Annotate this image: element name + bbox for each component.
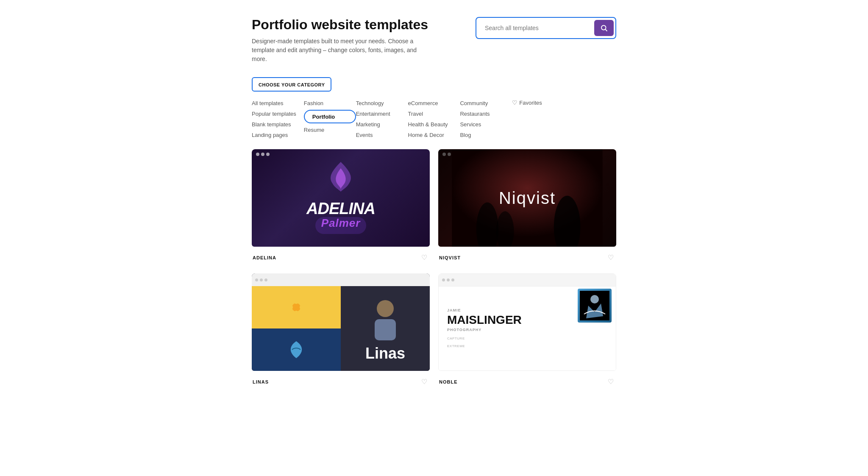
top-bar-dot [264,278,267,281]
linas-preview: Linas [252,273,430,371]
category-label-wrapper: CHOOSE YOUR CATEGORY [252,77,331,92]
nav-popular-templates[interactable]: Popular templates [252,110,304,118]
dot [256,153,259,156]
nav-travel[interactable]: Travel [408,110,460,118]
noble-preview: JAMIE MAISLINGER PHOTOGRAPHY CAPTURE EXT… [439,274,616,370]
nav-column-2: Fashion Portfolio Resume [304,99,356,139]
linas-person-area: Linas [365,298,405,362]
svg-rect-12 [375,319,396,340]
nav-technology[interactable]: Technology [356,99,408,107]
nav-fashion[interactable]: Fashion [304,99,356,107]
search-input[interactable] [478,19,594,36]
noble-tag-area: CAPTURE EXTREME [447,334,607,349]
search-icon [600,24,608,32]
niqvist-preview: Niqvist [438,149,616,247]
nav-marketing[interactable]: Marketing [356,120,408,128]
nav-blank-templates[interactable]: Blank templates [252,120,304,128]
linas-name-text: Linas [365,345,405,362]
leaf-svg [286,339,307,360]
template-footer-noble: NOBLE ♡ [438,374,616,389]
template-thumb-noble: JAMIE MAISLINGER PHOTOGRAPHY CAPTURE EXT… [438,273,616,371]
flame-svg [324,158,358,196]
noble-photo [578,289,612,323]
nav-column-1: All templates Popular templates Blank te… [252,99,304,139]
adelina-preview: ADELINA Palmer [252,149,430,247]
nav-resume[interactable]: Resume [304,126,356,134]
flower-svg [284,295,309,320]
search-button[interactable] [594,20,614,36]
heart-icon: ♡ [512,99,517,106]
nav-restaurants[interactable]: Restaurants [460,110,512,118]
linas-right: Linas [341,286,430,371]
svg-point-6 [292,303,300,312]
header-section: Portfolio website templates Designer-mad… [252,17,616,64]
dot [266,153,270,156]
templates-grid: ADELINA Palmer ADELINA ♡ [252,149,616,389]
template-card-niqvist[interactable]: Niqvist NIQVIST ♡ [438,149,616,265]
linas-blue [252,328,341,371]
svg-point-7 [293,295,300,304]
adelina-favorite-button[interactable]: ♡ [420,253,429,262]
template-card-noble[interactable]: JAMIE MAISLINGER PHOTOGRAPHY CAPTURE EXT… [438,273,616,389]
nav-column-3: Technology Entertainment Marketing Event… [356,99,408,139]
noble-name-label: NOBLE [439,379,458,384]
template-footer-adelina: ADELINA ♡ [252,250,430,265]
top-bar-dot [255,278,258,281]
niqvist-name: NIQVIST [439,255,461,260]
category-section: CHOOSE YOUR CATEGORY All templates Popul… [252,77,616,139]
adelina-name: ADELINA [253,255,276,260]
hands-shape [315,217,366,234]
template-footer-niqvist: NIQVIST ♡ [438,250,616,265]
top-bar-dot [447,278,450,281]
linas-name: LINAS [253,379,269,384]
nav-health-beauty[interactable]: Health & Beauty [408,120,460,128]
svg-point-9 [284,304,293,311]
portfolio-label: Portfolio [312,114,335,120]
template-card-adelina[interactable]: ADELINA Palmer ADELINA ♡ [252,149,430,265]
template-thumb-niqvist: Niqvist [438,149,616,247]
template-thumb-linas: Linas [252,273,430,371]
linas-yellow [252,286,341,328]
noble-capture: CAPTURE [447,337,465,340]
nav-portfolio[interactable]: Portfolio [304,110,356,123]
dot [261,153,264,156]
svg-point-10 [300,304,309,311]
nav-entertainment[interactable]: Entertainment [356,110,408,118]
search-box [478,19,614,36]
nav-ecommerce[interactable]: eCommerce [408,99,460,107]
nav-services[interactable]: Services [460,120,512,128]
title-area: Portfolio website templates Designer-mad… [252,17,459,64]
top-bar-dot [451,278,454,281]
nav-landing-pages[interactable]: Landing pages [252,131,304,139]
favorites-label: Favorites [519,100,542,106]
nav-favorites[interactable]: ♡ Favorites [512,99,564,106]
top-bar-dot [260,278,263,281]
linas-favorite-button[interactable]: ♡ [420,377,429,387]
template-card-linas[interactable]: Linas LINAS ♡ [252,273,430,389]
person-svg [368,298,402,340]
page-title: Portfolio website templates [252,17,459,33]
nav-all-templates[interactable]: All templates [252,99,304,107]
template-footer-linas: LINAS ♡ [252,374,430,389]
linas-inner: Linas [252,286,430,371]
nav-community[interactable]: Community [460,99,512,107]
top-bar-dot [442,278,445,281]
niqvist-title: Niqvist [499,189,556,208]
niqvist-favorite-button[interactable]: ♡ [606,253,615,262]
svg-line-1 [605,29,607,31]
noble-favorite-button[interactable]: ♡ [606,377,615,387]
snowboard-svg [580,291,609,320]
svg-point-11 [377,300,394,317]
svg-point-14 [590,295,599,303]
nav-column-6: ♡ Favorites [512,99,564,139]
thumb-dots [256,153,270,156]
nav-blog[interactable]: Blog [460,131,512,139]
search-box-wrapper [476,17,616,39]
nav-events[interactable]: Events [356,131,408,139]
svg-point-8 [293,311,300,320]
nav-column-5: Community Restaurants Services Blog [460,99,512,139]
nav-home-decor[interactable]: Home & Decor [408,131,460,139]
noble-top-bar [439,274,616,287]
page-subtitle: Designer-made templates built to meet yo… [252,37,421,64]
linas-top-bar [252,273,430,286]
